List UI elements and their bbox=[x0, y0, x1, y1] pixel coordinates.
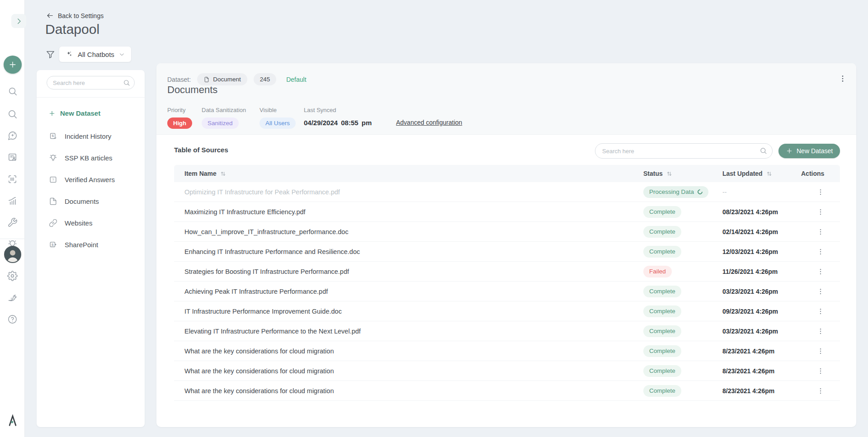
row-actions-button[interactable] bbox=[814, 206, 827, 218]
rail-product-bird-button[interactable] bbox=[0, 287, 25, 308]
row-actions-button[interactable] bbox=[814, 226, 827, 238]
status-cell: Complete bbox=[643, 365, 722, 377]
product-bird-icon bbox=[7, 292, 18, 303]
new-dataset-button[interactable]: New Dataset bbox=[778, 144, 840, 158]
file-icon bbox=[49, 197, 57, 206]
new-dataset-link[interactable]: New Dataset bbox=[48, 109, 100, 117]
table-row[interactable]: Maximizing IT Infrastructure Efficiency.… bbox=[174, 202, 840, 222]
column-label: Status bbox=[643, 170, 663, 177]
row-actions-button[interactable] bbox=[814, 385, 827, 397]
rail-settings-button[interactable] bbox=[0, 265, 25, 287]
table-row[interactable]: Achieving Peak IT Infrastructure Perform… bbox=[174, 282, 840, 301]
rail-icon-group-bottom bbox=[0, 265, 25, 330]
dataset-detail-card: Dataset: Document 245 Default Documents … bbox=[156, 63, 856, 427]
settings-icon bbox=[7, 271, 18, 281]
status-cell: Complete bbox=[643, 345, 722, 357]
search-icon bbox=[760, 147, 767, 155]
column-label: Last Updated bbox=[722, 170, 763, 177]
sidebar-rail bbox=[0, 0, 25, 437]
item-name: Maximizing IT Infrastructure Efficiency.… bbox=[174, 208, 643, 216]
table-body: Optimizing IT Infrastructure for Peak Pe… bbox=[174, 182, 840, 401]
item-name: Optimizing IT Infrastructure for Peak Pe… bbox=[174, 188, 643, 196]
sharepoint-icon: S bbox=[49, 240, 57, 249]
sort-icon bbox=[766, 170, 773, 177]
funnel-icon bbox=[45, 49, 56, 60]
dataset-search-input[interactable] bbox=[47, 76, 135, 89]
column-header-actions: Actions bbox=[801, 170, 840, 177]
kebab-icon bbox=[816, 287, 825, 296]
status-cell: Complete bbox=[643, 325, 722, 337]
svg-text:S: S bbox=[52, 243, 54, 246]
sidebar-item-documents[interactable]: Documents bbox=[37, 190, 145, 212]
row-actions-button[interactable] bbox=[814, 285, 827, 298]
new-dataset-link-label: New Dataset bbox=[60, 109, 100, 117]
rail-search-button[interactable] bbox=[0, 103, 25, 125]
row-actions-button[interactable] bbox=[814, 186, 827, 198]
back-to-settings-link[interactable]: Back to Settings bbox=[46, 12, 104, 19]
table-row[interactable]: How_can_I_improve_IT_infrastructure_perf… bbox=[174, 222, 840, 242]
rail-scan-button[interactable] bbox=[0, 168, 25, 190]
sidebar-item-label: Websites bbox=[65, 219, 92, 227]
row-actions-button[interactable] bbox=[814, 305, 827, 318]
chatbot-filter-dropdown[interactable]: All Chatbots bbox=[59, 47, 131, 62]
table-row[interactable]: Enhancing IT Infrastructure Performance … bbox=[174, 242, 840, 262]
sidebar-item-ssp-kb-articles[interactable]: SSP KB articles bbox=[37, 147, 145, 169]
column-header-status[interactable]: Status bbox=[643, 170, 722, 177]
rail-knowledge-button[interactable] bbox=[0, 146, 25, 168]
link-icon bbox=[49, 219, 57, 227]
filter-button[interactable] bbox=[45, 49, 56, 61]
column-header-last-updated[interactable]: Last Updated bbox=[722, 170, 801, 177]
table-row[interactable]: Elevating IT Infrastructure Performance … bbox=[174, 321, 840, 341]
advanced-configuration-link[interactable]: Advanced configuration bbox=[396, 119, 462, 126]
search-icon bbox=[8, 86, 18, 96]
actions-cell bbox=[801, 305, 840, 318]
row-actions-button[interactable] bbox=[814, 325, 827, 338]
kebab-icon bbox=[816, 248, 825, 256]
table-row[interactable]: What are the key considerations for clou… bbox=[174, 361, 840, 381]
sidebar-item-verified-answers[interactable]: ?Verified Answers bbox=[37, 169, 145, 190]
dataset-header: Dataset: Document 245 Default Documents … bbox=[156, 63, 856, 135]
sidebar-expand-button[interactable] bbox=[11, 14, 26, 28]
table-row[interactable]: Optimizing IT Infrastructure for Peak Pe… bbox=[174, 182, 840, 202]
last-updated: 03/23/2021 4:26pm bbox=[722, 328, 801, 335]
table-row[interactable]: What are the key considerations for clou… bbox=[174, 381, 840, 401]
table-row[interactable]: What are the key considerations for clou… bbox=[174, 341, 840, 361]
row-actions-button[interactable] bbox=[814, 345, 827, 357]
assistant-chat-icon bbox=[7, 131, 18, 141]
rail-icon-group-top bbox=[0, 103, 25, 255]
kebab-icon bbox=[816, 188, 825, 196]
app-logo bbox=[6, 414, 19, 427]
table-row[interactable]: IT Infrastructure Performance Improvemen… bbox=[174, 301, 840, 321]
status-badge: Complete bbox=[643, 206, 681, 218]
row-actions-button[interactable] bbox=[814, 365, 827, 377]
status-cell: Failed bbox=[643, 266, 722, 277]
column-header-item-name[interactable]: Item Name bbox=[174, 170, 643, 177]
svg-text:S: S bbox=[52, 134, 54, 137]
sidebar-item-sharepoint[interactable]: SSharePoint bbox=[37, 234, 145, 255]
table-row[interactable]: Strategies for Boosting IT Infrastructur… bbox=[174, 262, 840, 282]
svg-text:?: ? bbox=[52, 178, 54, 182]
rail-search-button[interactable] bbox=[0, 80, 25, 102]
rail-stats-button[interactable] bbox=[0, 190, 25, 211]
actions-cell bbox=[801, 325, 840, 338]
new-chat-button[interactable] bbox=[4, 56, 22, 74]
table-header-row: Item NameStatusLast UpdatedActions bbox=[174, 165, 840, 182]
last-updated: 03/23/2021 4:26pm bbox=[722, 288, 801, 295]
dataset-menu-button[interactable] bbox=[838, 74, 847, 85]
sidebar-item-label: Incident History bbox=[65, 132, 111, 140]
row-actions-button[interactable] bbox=[814, 245, 827, 258]
rail-help-button[interactable] bbox=[0, 308, 25, 330]
row-actions-button[interactable] bbox=[814, 265, 827, 278]
status-badge: Complete bbox=[643, 246, 681, 258]
status-badge: Complete bbox=[643, 325, 681, 337]
sidebar-item-websites[interactable]: Websites bbox=[37, 212, 145, 234]
rail-tools-button[interactable] bbox=[0, 211, 25, 233]
sources-search-input[interactable] bbox=[595, 143, 773, 159]
status-cell: Complete bbox=[643, 385, 722, 397]
actions-cell bbox=[801, 385, 840, 397]
sidebar-item-incident-history[interactable]: SIncident History bbox=[37, 125, 145, 147]
rail-assistant-chat-button[interactable] bbox=[0, 125, 25, 146]
user-avatar[interactable] bbox=[4, 246, 21, 263]
status-cell: Complete bbox=[643, 226, 722, 238]
last-updated: 08/23/2021 4:26pm bbox=[722, 208, 801, 216]
